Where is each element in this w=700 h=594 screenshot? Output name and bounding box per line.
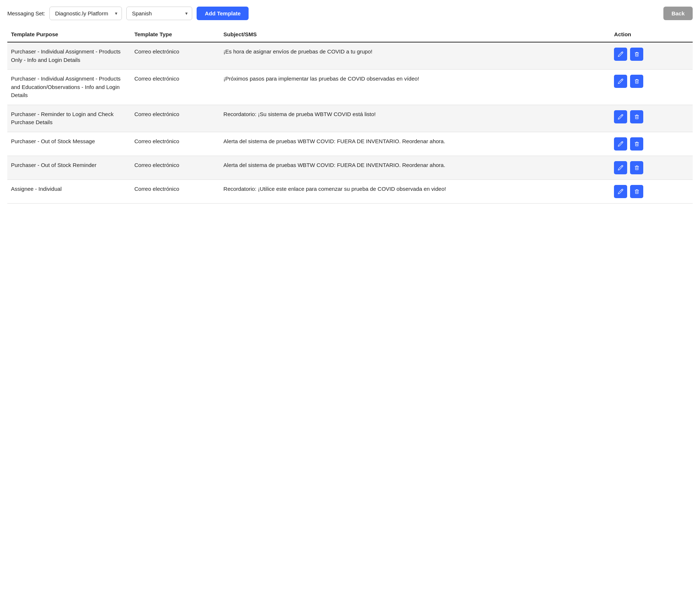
messaging-set-label: Messaging Set:: [7, 10, 45, 17]
table-row: Purchaser - Individual Assignment - Prod…: [7, 70, 693, 105]
edit-button[interactable]: [614, 185, 627, 198]
cell-type: Correo electrónico: [131, 70, 220, 105]
col-header-type: Template Type: [131, 27, 220, 42]
language-select[interactable]: Spanish English: [126, 7, 192, 20]
add-template-button[interactable]: Add Template: [197, 7, 249, 20]
delete-button[interactable]: [630, 110, 643, 123]
svg-rect-12: [636, 166, 638, 170]
svg-rect-9: [636, 142, 638, 146]
delete-button[interactable]: [630, 75, 643, 88]
back-button[interactable]: Back: [663, 7, 693, 20]
cell-type: Correo electrónico: [131, 179, 220, 203]
cell-purpose: Purchaser - Out of Stock Message: [7, 132, 131, 156]
cell-subject: ¡Es hora de asignar envíos de pruebas de…: [220, 42, 610, 70]
edit-button[interactable]: [614, 75, 627, 88]
col-header-purpose: Template Purpose: [7, 27, 131, 42]
cell-purpose: Purchaser - Individual Assignment - Prod…: [7, 70, 131, 105]
col-header-action: Action: [610, 27, 693, 42]
action-buttons: [614, 48, 689, 61]
svg-rect-15: [636, 190, 638, 193]
table-row: Purchaser - Reminder to Login and Check …: [7, 105, 693, 132]
cell-action: [610, 132, 693, 156]
action-buttons: [614, 161, 689, 174]
cell-type: Correo electrónico: [131, 42, 220, 70]
svg-rect-3: [636, 80, 638, 83]
templates-table-wrapper: Template Purpose Template Type Subject/S…: [0, 27, 700, 204]
cell-subject: Recordatorio: ¡Utilice este enlace para …: [220, 179, 610, 203]
table-row: Assignee - IndividualCorreo electrónicoR…: [7, 179, 693, 203]
delete-button[interactable]: [630, 137, 643, 151]
platform-select[interactable]: Diagnostic.ly Platform: [49, 7, 122, 20]
table-row: Purchaser - Individual Assignment - Prod…: [7, 42, 693, 70]
delete-button[interactable]: [630, 161, 643, 174]
table-row: Purchaser - Out of Stock ReminderCorreo …: [7, 156, 693, 179]
col-header-subject: Subject/SMS: [220, 27, 610, 42]
delete-button[interactable]: [630, 48, 643, 61]
cell-type: Correo electrónico: [131, 132, 220, 156]
cell-type: Correo electrónico: [131, 105, 220, 132]
edit-button[interactable]: [614, 110, 627, 123]
edit-button[interactable]: [614, 161, 627, 174]
table-header-row: Template Purpose Template Type Subject/S…: [7, 27, 693, 42]
delete-button[interactable]: [630, 185, 643, 198]
cell-subject: Alerta del sistema de pruebas WBTW COVID…: [220, 156, 610, 179]
cell-action: [610, 42, 693, 70]
action-buttons: [614, 110, 689, 123]
cell-purpose: Assignee - Individual: [7, 179, 131, 203]
templates-table: Template Purpose Template Type Subject/S…: [7, 27, 693, 204]
cell-type: Correo electrónico: [131, 156, 220, 179]
cell-action: [610, 156, 693, 179]
cell-action: [610, 70, 693, 105]
language-select-wrapper[interactable]: Spanish English ▾: [126, 7, 192, 20]
svg-rect-6: [636, 115, 638, 119]
cell-subject: Alerta del sistema de pruebas WBTW COVID…: [220, 132, 610, 156]
action-buttons: [614, 185, 689, 198]
cell-purpose: Purchaser - Individual Assignment - Prod…: [7, 42, 131, 70]
cell-subject: Recordatorio: ¡Su sistema de prueba WBTW…: [220, 105, 610, 132]
edit-button[interactable]: [614, 137, 627, 151]
page-header: Messaging Set: Diagnostic.ly Platform ▾ …: [0, 0, 700, 27]
cell-subject: ¡Próximos pasos para implementar las pru…: [220, 70, 610, 105]
action-buttons: [614, 137, 689, 151]
edit-button[interactable]: [614, 48, 627, 61]
action-buttons: [614, 75, 689, 88]
cell-action: [610, 179, 693, 203]
cell-purpose: Purchaser - Reminder to Login and Check …: [7, 105, 131, 132]
svg-rect-0: [636, 53, 638, 56]
cell-purpose: Purchaser - Out of Stock Reminder: [7, 156, 131, 179]
table-row: Purchaser - Out of Stock MessageCorreo e…: [7, 132, 693, 156]
cell-action: [610, 105, 693, 132]
platform-select-wrapper[interactable]: Diagnostic.ly Platform ▾: [49, 7, 122, 20]
